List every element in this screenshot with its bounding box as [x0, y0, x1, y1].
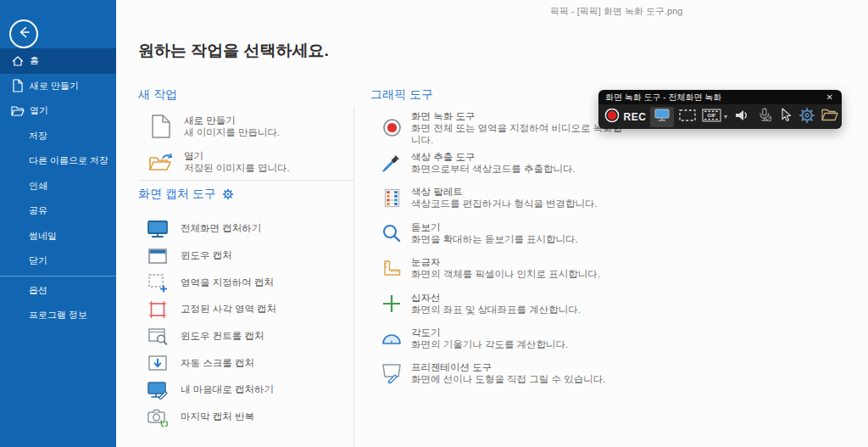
home-icon [11, 54, 25, 68]
graphic-item-desc: 화면의 좌표 및 상대좌표를 계산합니다. [411, 304, 581, 316]
graphic-item-protractor[interactable]: 각도기 화면의 기울기나 각도를 계산합니다. [370, 321, 625, 355]
graphic-item-color-palette[interactable]: 색상 팔레트 색상코드를 편집하거나 형식을 변경합니다. [370, 181, 625, 215]
fullscreen-target-button[interactable] [650, 107, 674, 127]
capture-item-label: 윈도우 컨트롤 캡처 [181, 330, 264, 343]
open-image-icon [148, 151, 174, 173]
sidebar-item-label: 열기 [30, 104, 48, 117]
settings-button[interactable] [798, 107, 816, 127]
sidebar-item-share[interactable]: 공유 [0, 198, 116, 224]
cursor-capture-button[interactable] [778, 107, 793, 127]
graphic-item-presentation[interactable]: 프리젠테이션 도구 화면에 선이나 도형을 직접 그릴 수 있습니다. [370, 356, 625, 391]
gear-icon[interactable] [222, 188, 234, 200]
sidebar-item-new[interactable]: 새로 만들기 [0, 74, 116, 99]
capture-item-fixed-region[interactable]: 고정된 사각 영역 캡처 [138, 296, 353, 323]
recorder-buttons: REC GIF ▾ [598, 104, 842, 129]
sidebar-item-close[interactable]: 닫기 [0, 249, 116, 274]
graphic-item-desc: 화면으로부터 색상코드를 추출합니다. [411, 163, 576, 175]
capture-item-label: 마지막 캡처 반복 [181, 411, 254, 423]
capture-item-fullscreen[interactable]: 전체화면 캡처하기 [138, 215, 353, 243]
graphic-item-color-picker[interactable]: 색상 추출 도구 화면으로부터 색상코드를 추출합니다. [370, 145, 625, 180]
protractor-icon [381, 332, 403, 345]
section-header-label: 새 작업 [138, 87, 177, 103]
color-picker-icon [381, 154, 403, 172]
region-target-button[interactable] [678, 107, 697, 127]
sidebar-item-label: 다른 이름으로 저장 [29, 154, 108, 167]
column-divider [353, 106, 354, 447]
output-folder-button[interactable] [821, 107, 839, 127]
graphic-item-magnifier[interactable]: 돋보기 화면을 확대하는 돋보기를 표시합니다. [370, 215, 625, 250]
presentation-icon [381, 363, 403, 383]
sidebar-item-home[interactable]: 홈 [0, 48, 116, 74]
crosshair-icon [381, 294, 403, 313]
sidebar-divider [0, 276, 116, 277]
sidebar-item-label: 홈 [30, 54, 39, 67]
graphic-item-label: 색상 추출 도구 [411, 151, 576, 163]
back-arrow-icon [16, 25, 31, 43]
left-column: 새 작업 새로 만들기 새 이미지를 만듭니다. 열기 저장된 이미지를 엽니다… [138, 81, 353, 431]
region-capture-icon [147, 273, 169, 293]
graphic-item-label: 색상 팔레트 [411, 186, 598, 198]
magnifier-icon [381, 224, 403, 243]
sidebar-item-thumbnail[interactable]: 썸네일 [0, 224, 116, 249]
graphic-item-label: 화면 녹화 도구 [411, 110, 625, 122]
back-button[interactable] [9, 20, 38, 48]
task-item-desc: 저장된 이미지를 엽니다. [184, 162, 290, 174]
graphic-item-label: 돋보기 [411, 221, 578, 233]
sidebar-item-print[interactable]: 인쇄 [0, 174, 116, 199]
graphic-item-desc: 화면을 확대하는 돋보기를 표시합니다. [411, 233, 578, 245]
graphic-item-label: 십자선 [411, 292, 581, 304]
task-item-desc: 새 이미지를 만듭니다. [184, 126, 280, 138]
sidebar-item-label: 공유 [29, 204, 47, 217]
gif-format-button[interactable]: GIF ▾ [701, 107, 728, 127]
sidebar-item-options[interactable]: 옵션 [0, 278, 116, 304]
record-button[interactable] [604, 107, 620, 127]
capture-item-window-control[interactable]: 윈도우 컨트롤 캡처 [138, 323, 353, 350]
capture-item-repeat-last[interactable]: 마지막 캡처 반복 [138, 404, 353, 431]
section-header-capture: 화면 캡처 도구 [138, 181, 353, 201]
sidebar-item-about[interactable]: 프로그램 정보 [0, 303, 116, 328]
fullscreen-capture-icon [147, 220, 169, 238]
ruler-icon [381, 260, 403, 277]
graphic-item-desc: 화면에 선이나 도형을 직접 그릴 수 있습니다. [411, 373, 605, 385]
folder-icon [821, 109, 838, 125]
new-document-icon [11, 79, 25, 92]
new-image-icon [148, 114, 174, 139]
capture-item-label: 윈도우 캡처 [181, 249, 232, 262]
task-item-new[interactable]: 새로 만들기 새 이미지를 만듭니다. [138, 109, 353, 144]
graphic-item-desc: 화면의 객체를 픽셀이나 인치로 표시합니다. [411, 268, 600, 280]
task-item-label: 열기 [184, 150, 290, 162]
sidebar-item-open[interactable]: 열기 [0, 98, 116, 124]
rec-label: REC [624, 107, 646, 127]
speaker-button[interactable] [732, 107, 751, 127]
graphic-item-ruler[interactable]: 눈금자 화면의 객체를 픽셀이나 인치로 표시합니다. [370, 251, 625, 286]
capture-item-label: 자동 스크롤 캡처 [181, 357, 254, 370]
sidebar-item-label: 새로 만들기 [30, 80, 79, 92]
graphic-item-label: 각도기 [411, 327, 568, 338]
sidebar-item-save[interactable]: 저장 [0, 124, 116, 149]
sidebar-item-label: 인쇄 [29, 180, 47, 193]
screen-recorder-toolbar: 화면 녹화 도구 - 전체화면 녹화 ✕ REC GIF ▾ [598, 90, 842, 129]
cursor-icon [780, 108, 792, 126]
graphic-item-desc: 화면 전체 또는 영역을 지정하여 비디오로 녹화합니다. [411, 122, 625, 146]
graphic-item-crosshair[interactable]: 십자선 화면의 좌표 및 상대좌표를 계산합니다. [370, 286, 625, 321]
sidebar-item-save-as[interactable]: 다른 이름으로 저장 [0, 148, 116, 174]
graphic-item-screen-record[interactable]: 화면 녹화 도구 화면 전체 또는 영역을 지정하여 비디오로 녹화합니다. [370, 110, 625, 145]
recorder-titlebar[interactable]: 화면 녹화 도구 - 전체화면 녹화 ✕ [598, 90, 842, 104]
capture-item-label: 고정된 사각 영역 캡처 [181, 303, 276, 316]
color-palette-icon [381, 188, 403, 208]
task-item-open[interactable]: 열기 저장된 이미지를 엽니다. [138, 144, 353, 180]
capture-item-scrolling[interactable]: 자동 스크롤 캡처 [138, 349, 353, 377]
capture-item-label: 영역을 지정하여 캡처 [181, 277, 274, 289]
capture-item-region[interactable]: 영역을 지정하여 캡처 [138, 269, 353, 296]
capture-item-freehand[interactable]: 내 마음대로 캡처하기 [138, 377, 353, 404]
screen-record-icon [381, 118, 403, 137]
close-icon[interactable]: ✕ [825, 93, 835, 102]
window-title: 픽픽 - [픽픽] 화면 녹화 도구.png [550, 5, 682, 18]
graphic-item-label: 프리젠테이션 도구 [411, 361, 605, 373]
capture-item-label: 전체화면 캡처하기 [181, 222, 261, 235]
microphone-muted-button[interactable] [755, 107, 774, 127]
fixed-region-capture-icon [147, 300, 169, 319]
window-capture-icon [147, 248, 169, 265]
capture-item-window[interactable]: 윈도우 캡처 [138, 243, 353, 270]
sidebar-nav: 홈 새로 만들기 열기 저장 다른 이름으로 저장 인쇄 공유 썸네일 [0, 48, 116, 328]
